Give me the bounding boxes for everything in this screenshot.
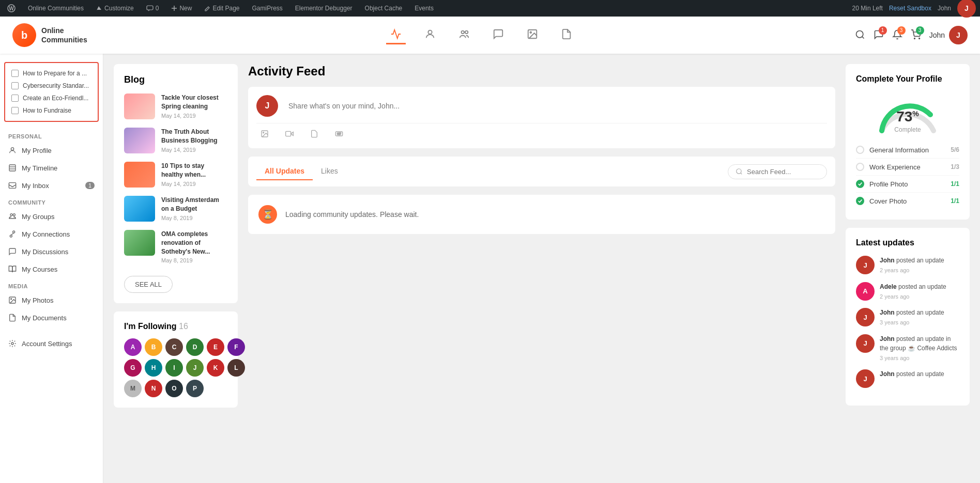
nav-members[interactable] [454, 26, 474, 44]
avatar-4[interactable]: D [186, 338, 204, 356]
blog-date-3: May 14, 2019 [161, 181, 227, 187]
admin-wp-icon[interactable]: W [4, 2, 19, 14]
checklist-checkbox-2[interactable] [11, 82, 19, 89]
avatar-9[interactable]: I [165, 359, 183, 377]
nav-activity[interactable] [386, 26, 406, 44]
blog-title-4[interactable]: Visiting Amsterdam on a Budget [161, 196, 227, 213]
sidebar-item-my-inbox[interactable]: My Inbox 1 [0, 177, 103, 194]
update-content-2: Adele posted an update 2 years ago [880, 282, 946, 301]
avatar-14[interactable]: N [145, 380, 162, 397]
avatar-6[interactable]: F [227, 338, 245, 356]
loading-icon: ⏳ [258, 205, 277, 224]
nav-messages[interactable] [488, 26, 508, 44]
avatar-16[interactable]: P [186, 380, 204, 397]
sidebar-item-my-timeline[interactable]: My Timeline [0, 159, 103, 177]
blog-item-4: Visiting Amsterdam on a Budget May 8, 20… [124, 196, 227, 222]
avatar-10[interactable]: J [186, 359, 204, 377]
admin-elementor[interactable]: Elementor Debugger [292, 3, 356, 14]
share-video-btn[interactable] [281, 128, 298, 140]
sidebar-item-my-courses[interactable]: My Courses [0, 260, 103, 278]
tab-all-updates[interactable]: All Updates [256, 163, 313, 180]
admin-site-name[interactable]: Online Communities [25, 3, 87, 14]
sidebar-item-account-settings[interactable]: Account Settings [0, 335, 103, 352]
nav-user[interactable]: John J [929, 26, 968, 44]
admin-gamipress[interactable]: GamiPress [249, 3, 285, 14]
admin-object-cache[interactable]: Object Cache [362, 3, 406, 14]
sidebar-item-my-groups[interactable]: My Groups [0, 208, 103, 225]
blog-title-1[interactable]: Tackle Your closest Spring cleaning [161, 94, 227, 111]
share-input[interactable] [284, 98, 827, 114]
checklist-item-2[interactable]: Cybersecurity Standar... [11, 80, 91, 92]
nav-search-icon[interactable] [855, 29, 865, 41]
main-nav: b OnlineCommunities [0, 17, 980, 54]
svg-point-11 [918, 38, 920, 39]
checklist-item-4[interactable]: How to Fundraise [11, 104, 91, 117]
sidebar-item-my-connections[interactable]: My Connections [0, 225, 103, 243]
tab-likes[interactable]: Likes [313, 163, 346, 180]
general-info-score: 5/6 [951, 146, 959, 153]
svg-text:GIF: GIF [337, 133, 341, 135]
checklist-checkbox-1[interactable] [11, 70, 19, 77]
checklist-checkbox-4[interactable] [11, 107, 19, 114]
avatar-11[interactable]: K [207, 359, 224, 377]
blog-info-5: OMA completes renovation of Sotheby's Ne… [161, 230, 227, 263]
svg-point-21 [11, 342, 13, 345]
checklist-item-3[interactable]: Create an Eco-Friendl... [11, 92, 91, 104]
avatar-5[interactable]: E [207, 338, 224, 356]
sidebar-item-my-documents[interactable]: My Documents [0, 309, 103, 326]
svg-marker-24 [291, 132, 294, 136]
share-actions: GIF [256, 123, 827, 140]
nav-brand: OnlineCommunities [41, 26, 87, 44]
blog-title-5[interactable]: OMA completes renovation of Sotheby's Ne… [161, 230, 227, 256]
avatar-8[interactable]: H [145, 359, 162, 377]
reset-sandbox-link[interactable]: Reset Sandbox [889, 5, 931, 12]
avatar-15[interactable]: O [165, 380, 183, 397]
avatar-2[interactable]: B [145, 338, 162, 356]
update-content-3: John posted an update 3 years ago [880, 308, 944, 327]
avatar-grid: A B C D E F G H I J K L M N O P [124, 338, 227, 397]
share-doc-btn[interactable] [306, 128, 323, 140]
share-photo-btn[interactable] [256, 128, 273, 140]
sidebar-item-my-profile[interactable]: My Profile [0, 142, 103, 159]
nav-media[interactable] [523, 26, 542, 44]
share-avatar: J [256, 95, 278, 117]
admin-new[interactable]: New [168, 3, 195, 14]
profile-photo-score: 1/1 [951, 180, 959, 188]
update-avatar-5: J [856, 369, 875, 388]
share-gif-btn[interactable]: GIF [331, 128, 347, 140]
svg-point-3 [428, 30, 432, 34]
see-all-button[interactable]: SEE ALL [124, 276, 173, 293]
avatar-3[interactable]: C [165, 338, 183, 356]
blog-date-5: May 8, 2019 [161, 257, 227, 263]
nav-cart[interactable]: 3 [911, 29, 921, 41]
nav-notifications[interactable]: 3 [892, 29, 902, 41]
profile-item-general-info[interactable]: General Information 5/6 [856, 142, 959, 159]
avatar-1[interactable]: A [124, 338, 142, 356]
nav-messages-badge[interactable]: 1 [874, 29, 884, 41]
avatar-7[interactable]: G [124, 359, 142, 377]
blog-item-1: Tackle Your closest Spring cleaning May … [124, 94, 227, 119]
admin-events[interactable]: Events [411, 3, 437, 14]
profile-item-cover-photo[interactable]: Cover Photo 1/1 [856, 193, 959, 209]
avatar-12[interactable]: L [227, 359, 245, 377]
sidebar-item-my-discussions[interactable]: My Discussions [0, 243, 103, 260]
admin-customize[interactable]: Customize [93, 3, 137, 14]
nav-logo[interactable]: b OnlineCommunities [12, 23, 87, 47]
checklist-checkbox-3[interactable] [11, 95, 19, 102]
nav-profile[interactable] [420, 26, 440, 44]
sidebar-item-my-photos[interactable]: My Photos [0, 291, 103, 309]
admin-comments[interactable]: 0 [143, 3, 162, 14]
admin-edit-page[interactable]: Edit Page [201, 3, 242, 14]
blog-title-3[interactable]: 10 Tips to stay healthy when... [161, 162, 227, 179]
svg-point-4 [462, 30, 465, 34]
courses-icon [8, 265, 17, 273]
update-avatar-1: J [856, 256, 875, 274]
profile-item-profile-photo[interactable]: Profile Photo 1/1 [856, 176, 959, 193]
blog-title-2[interactable]: The Truth About Business Blogging [161, 128, 227, 145]
profile-item-work-experience[interactable]: Work Experience 1/3 [856, 159, 959, 176]
avatar-13[interactable]: M [124, 380, 142, 397]
checklist-item-1[interactable]: How to Prepare for a ... [11, 67, 91, 80]
feed-search-input[interactable] [747, 168, 819, 176]
nav-documents[interactable] [557, 26, 576, 44]
update-item-3: J John posted an update 3 years ago [856, 308, 959, 327]
